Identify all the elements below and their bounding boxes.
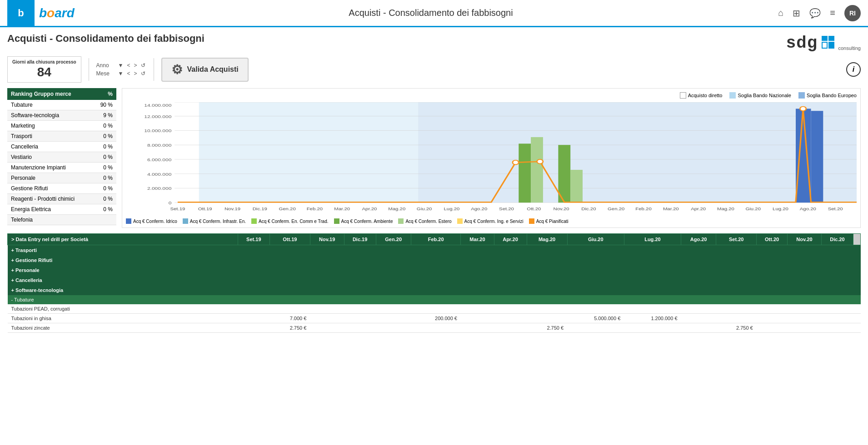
x-label-nov20: Nov.20 (553, 207, 569, 211)
grid-icon[interactable]: ⊞ (793, 8, 800, 19)
zincate-mag20[interactable]: 2.750 € (527, 323, 567, 333)
zincate-mar20[interactable] (461, 323, 494, 333)
pead-apr20[interactable] (494, 304, 527, 314)
pead-lug20[interactable] (624, 304, 681, 314)
ranking-col-header: Ranking Gruppo merce (7, 88, 93, 100)
detail-label-pead: Tubazioni PEAD, corrugati (8, 304, 238, 314)
zincate-ott20[interactable] (757, 323, 788, 333)
zincate-lug20[interactable] (624, 323, 681, 333)
group-row-personale[interactable]: + Personale (8, 265, 861, 275)
group-label-cancelleria: + Cancelleria (8, 275, 861, 285)
mese-next-btn[interactable]: > (133, 70, 138, 77)
pead-dic19[interactable] (344, 304, 376, 314)
pead-giu20[interactable] (567, 304, 624, 314)
ghisa-dic19[interactable] (344, 314, 376, 323)
zincate-nov19[interactable] (310, 323, 344, 333)
avatar[interactable]: RI (844, 5, 861, 21)
legend-acquisto-diretto: Acquisto diretto (680, 92, 723, 99)
chart-bottom-legend: Acq € Conferm. Idrico Acq € Conferm. Inf… (126, 218, 857, 224)
zincate-gen20[interactable] (376, 323, 411, 333)
mese-prev-btn[interactable]: < (126, 70, 131, 77)
valida-acquisti-button[interactable]: ⚙ Valida Acquisti (161, 58, 249, 82)
pead-ott19[interactable] (269, 304, 310, 314)
anno-prev-btn[interactable]: < (126, 62, 131, 69)
sdg-cell-4 (828, 42, 834, 49)
group-row-gestione-rifiuti[interactable]: + Gestione Rifiuti (8, 255, 861, 265)
ghisa-dic20[interactable] (821, 314, 853, 323)
home-icon[interactable]: ⌂ (778, 8, 783, 18)
ghisa-lug20[interactable]: 1.200.000 € (624, 314, 681, 323)
bar-idrico2-mag20-2 (811, 111, 823, 203)
ghisa-ott20[interactable] (757, 314, 788, 323)
pead-nov20[interactable] (788, 304, 822, 314)
ranking-name-6: Manutenzione Impianti (7, 163, 93, 173)
ghisa-nov19[interactable] (310, 314, 344, 323)
ranking-pct-4: 0 % (93, 142, 116, 152)
zincate-nov20[interactable] (788, 323, 822, 333)
zincate-set20[interactable]: 2.750 € (716, 323, 757, 333)
ghisa-nov20[interactable] (788, 314, 822, 323)
zincate-ott19[interactable]: 2.750 € (269, 323, 310, 333)
pead-dic20[interactable] (821, 304, 853, 314)
chart-area: Acquisto diretto Soglia Bando Nazionale … (122, 88, 861, 228)
anno-next-btn[interactable]: > (133, 62, 138, 69)
header-icons: ⌂ ⊞ 💬 ≡ RI (778, 5, 861, 21)
legend-bando-europeo: Soglia Bando Europeo (798, 92, 857, 99)
dt-header-mar20: Mar.20 (461, 234, 494, 245)
pead-mag20[interactable] (527, 304, 567, 314)
ranking-row-4: Cancelleria0 % (7, 142, 116, 152)
bl-box-6 (457, 218, 463, 224)
ghisa-set20[interactable] (716, 314, 757, 323)
zincate-apr20[interactable] (494, 323, 527, 333)
x-label-lug20: Lug.20 (444, 207, 459, 211)
pead-nov19[interactable] (310, 304, 344, 314)
x-label-nov19: Nov.19 (224, 207, 241, 211)
y-label-10m: 10.000.000 (144, 129, 171, 133)
ghisa-apr20[interactable] (494, 314, 527, 323)
sdg-consulting-label: consulting (838, 45, 861, 51)
chat-icon[interactable]: 💬 (809, 8, 821, 19)
zincate-feb20[interactable] (411, 323, 461, 333)
pead-set20[interactable] (716, 304, 757, 314)
zincate-ago20[interactable] (681, 323, 716, 333)
ghisa-ott19[interactable]: 7.000 € (269, 314, 310, 323)
ghisa-ago20[interactable] (681, 314, 716, 323)
pead-set19[interactable] (238, 304, 269, 314)
pead-mar20[interactable] (461, 304, 494, 314)
menu-icon[interactable]: ≡ (830, 8, 835, 18)
dt-header-feb20: Feb.20 (411, 234, 461, 245)
ghisa-mar20[interactable] (461, 314, 494, 323)
pead-feb20[interactable] (411, 304, 461, 314)
pead-gen20[interactable] (376, 304, 411, 314)
group-row-cancelleria[interactable]: + Cancelleria (8, 275, 861, 285)
ranking-row-1: Software-tecnologia9 % (7, 110, 116, 121)
data-table-wrapper[interactable]: > Data Entry nel drill per Società Set.1… (7, 233, 861, 333)
group-row-software[interactable]: + Software-tecnologia (8, 285, 861, 295)
ranking-name-10: Energia Elettrica (7, 204, 93, 215)
pead-ago20[interactable] (681, 304, 716, 314)
dt-header-nov20: Nov.20 (788, 234, 822, 245)
filter-group: Anno ▼ < > ↺ Mese ▼ < > ↺ (96, 62, 146, 77)
subgroup-row-tubature[interactable]: - Tubature (8, 295, 861, 304)
pead-ott20[interactable] (757, 304, 788, 314)
mese-dropdown-btn[interactable]: ▼ (117, 70, 125, 77)
ghisa-feb20[interactable]: 200.000 € (411, 314, 461, 323)
main-content: Ranking Gruppo merce % Tubature90 %Softw… (7, 88, 861, 228)
x-label-ago20: Ago.20 (471, 207, 488, 211)
ghisa-mag20[interactable] (527, 314, 567, 323)
zincate-dic20[interactable] (821, 323, 853, 333)
zincate-giu20[interactable] (567, 323, 624, 333)
ghisa-set19[interactable] (238, 314, 269, 323)
group-row-trasporti[interactable]: + Trasporti (8, 245, 861, 256)
ranking-row-8: Gestione Rifiuti0 % (7, 183, 116, 194)
ghisa-giu20[interactable]: 5.000.000 € (567, 314, 624, 323)
mese-reset-btn[interactable]: ↺ (140, 70, 146, 77)
info-icon: i (853, 65, 854, 74)
zincate-dic19[interactable] (344, 323, 376, 333)
anno-dropdown-btn[interactable]: ▼ (117, 62, 125, 69)
ghisa-gen20[interactable] (376, 314, 411, 323)
info-button[interactable]: i (846, 62, 861, 77)
zincate-set19[interactable] (238, 323, 269, 333)
anno-reset-btn[interactable]: ↺ (140, 62, 146, 69)
ranking-pct-7: 0 % (93, 173, 116, 183)
